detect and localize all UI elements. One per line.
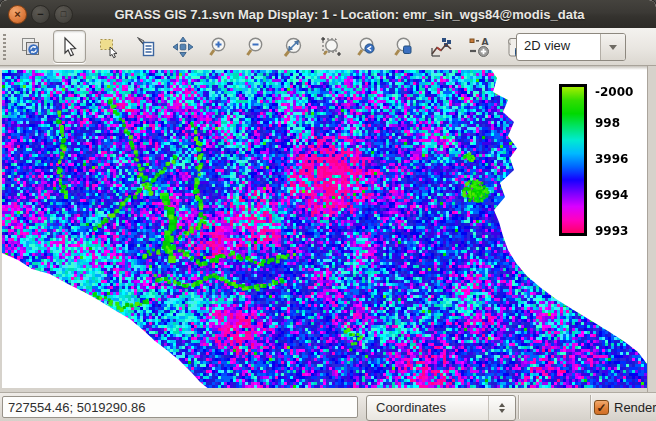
spinner-buttons[interactable]	[488, 396, 515, 420]
close-button[interactable]: ×	[8, 5, 27, 24]
zoom-to-map-button[interactable]	[390, 32, 419, 62]
zoom-region-button[interactable]	[316, 32, 345, 62]
zoom-out-button[interactable]	[242, 32, 271, 62]
map-display-area: -2000 998 3996 6994 9993	[0, 66, 656, 392]
maximize-icon: □	[61, 9, 66, 18]
minimize-icon: −	[37, 8, 43, 19]
select-region-button[interactable]	[94, 32, 123, 62]
view-mode-dropdown-button[interactable]	[600, 34, 625, 60]
titlebar: × − □ GRASS GIS 7.1.svn Map Display: 1 -…	[0, 0, 656, 28]
analyze-map-icon	[430, 35, 454, 59]
zoom-in-icon	[208, 35, 232, 59]
map-canvas[interactable]	[2, 70, 648, 388]
zoom-extent-icon	[282, 35, 306, 59]
close-icon: ×	[14, 8, 20, 19]
coordinates-display: 727554.46; 5019290.86	[2, 396, 358, 418]
zoom-to-map-icon	[393, 35, 417, 59]
statusbar-separator	[590, 395, 591, 419]
pan-button[interactable]	[168, 32, 197, 62]
chevron-down-icon	[609, 45, 617, 50]
statusbar-empty-panel	[522, 396, 586, 418]
spinner-up-icon	[499, 403, 505, 407]
select-region-icon	[97, 35, 121, 59]
legend-label: 998	[595, 116, 620, 130]
grass-map-display-window: × − □ GRASS GIS 7.1.svn Map Display: 1 -…	[0, 0, 656, 421]
statusbar: 727554.46; 5019290.86 Coordinates ✓ Rend…	[0, 392, 656, 421]
legend-label: -2000	[595, 85, 633, 99]
pan-icon	[171, 35, 195, 59]
maximize-button[interactable]: □	[54, 5, 73, 24]
minimize-button[interactable]: −	[31, 5, 50, 24]
zoom-extent-button[interactable]	[279, 32, 308, 62]
legend-label: 9993	[595, 224, 628, 238]
window-controls: × − □	[8, 5, 73, 24]
render-map-icon	[19, 35, 43, 59]
check-icon: ✓	[596, 402, 606, 414]
window-title: GRASS GIS 7.1.svn Map Display: 1 - Locat…	[73, 7, 656, 22]
map-right-margin	[647, 66, 656, 392]
render-map-button[interactable]	[16, 32, 45, 62]
zoom-back-icon	[356, 35, 380, 59]
zoom-back-button[interactable]	[353, 32, 382, 62]
toolbar-grip[interactable]	[3, 34, 6, 60]
spinner-down-icon	[499, 409, 505, 413]
zoom-out-icon	[245, 35, 269, 59]
render-label[interactable]: Render	[614, 400, 656, 415]
query-button[interactable]	[131, 32, 160, 62]
pointer-button[interactable]	[53, 30, 86, 63]
svg-text:A: A	[481, 36, 488, 46]
legend-label: 3996	[595, 152, 628, 166]
zoom-in-button[interactable]	[205, 32, 234, 62]
add-map-elements-icon: A	[467, 35, 491, 59]
query-icon	[134, 35, 158, 59]
pointer-icon	[58, 35, 82, 59]
render-toggle[interactable]: ✓ Render	[594, 397, 656, 418]
map-toolbar: A 2D view	[0, 28, 656, 66]
statusbar-separator	[518, 395, 519, 419]
view-mode-selector[interactable]: 2D view	[516, 33, 626, 61]
view-mode-value: 2D view	[517, 34, 600, 60]
zoom-region-icon	[319, 35, 343, 59]
statusbar-mode-value: Coordinates	[367, 396, 488, 420]
add-map-elements-button[interactable]: A	[464, 32, 493, 62]
legend-label: 6994	[595, 188, 628, 202]
analyze-map-button[interactable]	[427, 32, 456, 62]
legend-colorbar	[559, 84, 587, 236]
statusbar-mode-selector[interactable]: Coordinates	[366, 395, 516, 421]
render-checkbox[interactable]: ✓	[594, 400, 609, 415]
